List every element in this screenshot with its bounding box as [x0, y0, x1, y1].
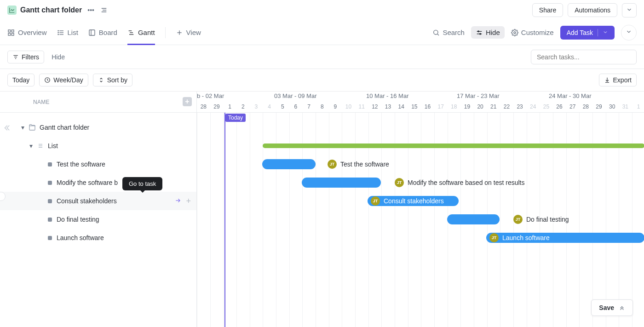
collapse-icon[interactable]	[100, 6, 108, 14]
task-bar[interactable]	[302, 178, 381, 188]
status-dot-icon	[48, 236, 52, 240]
button-label: Filters	[22, 53, 39, 61]
search-icon	[432, 29, 440, 36]
task-bar-label: JTConsult stakeholders	[371, 196, 444, 206]
add-task-button[interactable]: Add Task	[560, 26, 615, 40]
sort-button[interactable]: Sort by	[93, 74, 132, 86]
expander-icon[interactable]: ▾	[19, 124, 26, 131]
tab-overview[interactable]: Overview	[7, 20, 47, 45]
gantt-icon	[127, 29, 135, 36]
tree-task-row[interactable]: Test the software	[0, 155, 196, 173]
row-label: Gantt chart folder	[40, 124, 89, 131]
add-view[interactable]: View	[176, 20, 201, 45]
assignee-avatar[interactable]: JT	[489, 233, 499, 242]
add-subtask-icon[interactable]: +	[186, 196, 191, 206]
tool-label: Customize	[521, 29, 554, 36]
tab-list[interactable]: List	[57, 20, 78, 45]
gantt-chart-icon	[7, 6, 17, 15]
automations-button[interactable]: Automations	[568, 3, 617, 17]
hide-tool[interactable]: Hide	[471, 26, 505, 39]
day-cell: 28	[579, 101, 592, 112]
assignee-avatar[interactable]: JT	[513, 215, 523, 224]
automations-chevron[interactable]	[622, 3, 637, 17]
customize-tool[interactable]: Customize	[511, 29, 554, 36]
day-cell: 29	[592, 101, 606, 112]
week-range-label: 17 Mar - 23 Mar	[457, 92, 499, 99]
day-cell: 24	[526, 101, 540, 112]
day-cell: 8	[316, 101, 329, 112]
tree-task-row[interactable]: Modify the software b	[0, 173, 196, 192]
today-button[interactable]: Today	[7, 74, 34, 86]
chevron-double-up-icon	[619, 304, 625, 311]
gear-icon	[511, 29, 518, 36]
button-label: Save	[599, 304, 614, 311]
gantt-timeline[interactable]: b - 02 Mar03 Mar - 09 Mar10 Mar - 16 Mar…	[197, 92, 644, 327]
day-cell: 18	[447, 101, 460, 112]
svg-point-20	[434, 30, 438, 34]
add-column-button[interactable]: +	[183, 97, 192, 106]
tab-board[interactable]: Board	[88, 20, 117, 45]
download-icon	[604, 77, 610, 83]
hide-link[interactable]: Hide	[52, 53, 65, 61]
scale-icon	[44, 77, 51, 83]
tab-label: Board	[99, 29, 117, 36]
day-cell: 15	[408, 101, 421, 112]
go-to-task-icon[interactable]	[174, 197, 182, 205]
folder-badge[interactable]: Gantt chart folder	[7, 6, 82, 15]
day-cell: 13	[381, 101, 395, 112]
folder-icon	[29, 124, 36, 131]
svg-line-21	[437, 34, 439, 35]
task-bar[interactable]	[262, 159, 316, 169]
name-column-header: NAME	[33, 99, 50, 105]
svg-rect-3	[8, 30, 11, 32]
chevron-down-icon	[626, 29, 632, 36]
more-icon[interactable]: •••	[87, 6, 94, 14]
tab-label: Gantt	[138, 29, 155, 36]
day-cell: 29	[210, 101, 224, 112]
summary-bar[interactable]	[263, 143, 644, 148]
assignee-avatar[interactable]: JT	[371, 196, 380, 206]
go-to-task-tooltip: Go to task	[122, 177, 162, 190]
task-bar[interactable]	[447, 214, 500, 224]
status-dot-icon	[48, 181, 52, 185]
status-dot-icon	[48, 218, 52, 222]
tool-label: Hide	[486, 29, 500, 36]
tree-task-row[interactable]: Do final testing	[0, 210, 196, 229]
week-range-label: 03 Mar - 09 Mar	[274, 92, 316, 99]
sort-icon	[98, 77, 104, 83]
export-button[interactable]: Export	[599, 74, 637, 86]
assignee-avatar[interactable]: JT	[328, 160, 337, 169]
assignee-avatar[interactable]: JT	[395, 178, 404, 187]
row-label: Test the software	[57, 161, 105, 168]
search-tasks-input[interactable]	[531, 50, 637, 64]
scale-button[interactable]: Week/Day	[39, 74, 88, 86]
svg-rect-6	[12, 33, 14, 35]
day-cell: 25	[540, 101, 553, 112]
svg-rect-4	[12, 30, 14, 32]
filters-button[interactable]: Filters	[7, 51, 44, 63]
search-input-field[interactable]	[537, 53, 631, 61]
tab-label: List	[68, 29, 78, 36]
search-tool[interactable]: Search	[432, 29, 465, 36]
row-label: Modify the software b	[57, 179, 118, 186]
row-label: Consult stakeholders	[57, 197, 117, 205]
today-line	[224, 113, 225, 327]
more-options-button[interactable]	[621, 25, 637, 40]
expander-icon[interactable]: ▾	[28, 143, 34, 149]
tab-gantt[interactable]: Gantt	[127, 20, 155, 45]
tree-folder-row[interactable]: ▾ Gantt chart folder	[0, 118, 196, 137]
day-cell: 16	[421, 101, 434, 112]
tree-task-row[interactable]: Launch software	[0, 229, 196, 247]
day-cell: 14	[395, 101, 408, 112]
task-bar-label: JTModify the software based on test resu…	[395, 178, 524, 188]
svg-point-26	[514, 32, 516, 34]
day-cell: 7	[302, 101, 316, 112]
list-icon	[57, 29, 64, 36]
svg-point-10	[58, 30, 58, 31]
share-button[interactable]: Share	[532, 3, 563, 17]
day-cell: 20	[474, 101, 487, 112]
day-cell: 4	[263, 101, 276, 112]
tree-task-row[interactable]: Consult stakeholders +	[0, 192, 196, 210]
save-button[interactable]: Save	[591, 299, 633, 316]
tree-list-row[interactable]: ▾ List	[0, 137, 196, 155]
